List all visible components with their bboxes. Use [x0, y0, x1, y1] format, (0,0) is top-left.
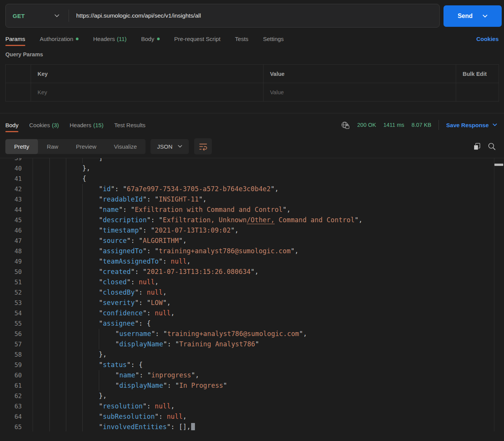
- search-icon[interactable]: [488, 142, 496, 151]
- token-p: ,: [286, 206, 290, 213]
- token-p: ,: [203, 195, 206, 203]
- indent-guide: [49, 349, 66, 360]
- token-p: :: [143, 226, 151, 234]
- view-preview[interactable]: Preview: [67, 139, 105, 154]
- token-q: ": [251, 268, 255, 275]
- view-visualize[interactable]: Visualize: [105, 139, 146, 154]
- tab-params[interactable]: Params: [5, 29, 25, 48]
- indent: [33, 194, 49, 205]
- indent-guide: [49, 380, 66, 391]
- response-body-code[interactable]: 39]40},41{42"id": "67a7e997-7534-3705-a5…: [0, 158, 504, 431]
- token-p: ,: [171, 309, 175, 317]
- indent-guide: [49, 422, 66, 431]
- send-button-label: Send: [458, 13, 473, 20]
- token-q: ": [175, 382, 179, 389]
- bulk-edit-button[interactable]: Bulk Edit: [456, 65, 499, 83]
- param-key-input[interactable]: [38, 89, 257, 95]
- token-q: ": [115, 330, 119, 338]
- token-k: confidence: [103, 309, 142, 317]
- indent-guide: [49, 194, 66, 205]
- tab-test-results[interactable]: Test Results: [114, 115, 146, 134]
- token-q: ": [99, 413, 103, 420]
- token-p: ,: [303, 330, 307, 338]
- token-q: ": [291, 247, 295, 255]
- token-q: ": [143, 268, 147, 275]
- token-q: ": [223, 382, 227, 389]
- indent-guide: [82, 277, 99, 287]
- token-q: ": [99, 278, 103, 286]
- line-number: 39: [0, 158, 33, 163]
- copy-icon[interactable]: [473, 142, 481, 151]
- indent-guide: [82, 329, 99, 339]
- line-number: 64: [0, 411, 33, 422]
- view-raw[interactable]: Raw: [38, 139, 67, 154]
- tab-response-headers[interactable]: Headers (15): [70, 115, 103, 134]
- response-meta: 200 OK 1411 ms 8.07 KB Save Response: [341, 120, 497, 130]
- token-k: closed: [103, 278, 127, 286]
- line-number: 61: [0, 380, 33, 391]
- tab-response-body[interactable]: Body: [5, 115, 18, 134]
- indent: [33, 422, 49, 431]
- tab-tests[interactable]: Tests: [235, 29, 249, 48]
- tab-body[interactable]: Body: [141, 29, 160, 48]
- indent: [33, 277, 49, 287]
- token-p: },: [82, 164, 90, 172]
- token-s: 2021-07-13T13:09:02: [155, 226, 231, 234]
- indent-guide: [49, 236, 66, 246]
- tab-response-cookies[interactable]: Cookies (3): [29, 115, 59, 134]
- code-line: 60"name": "inprogress",: [0, 370, 504, 380]
- token-q: ": [99, 257, 103, 265]
- tab-headers[interactable]: Headers (11): [93, 29, 126, 48]
- token-p: :: [139, 289, 147, 296]
- indent-guide: [66, 422, 82, 431]
- indent: [33, 349, 49, 360]
- param-value-input[interactable]: [270, 89, 449, 95]
- row-checkbox-cell[interactable]: [6, 83, 31, 102]
- indent: [33, 339, 49, 349]
- network-globe-lock-icon[interactable]: [341, 121, 350, 130]
- token-u: /Other,: [247, 216, 275, 224]
- indent-guide: [66, 391, 82, 401]
- view-pretty[interactable]: Pretty: [5, 139, 38, 154]
- token-k: involvedEntities: [103, 423, 167, 431]
- indent-guide: [49, 401, 66, 411]
- indent-guide: [49, 391, 66, 401]
- indent-guide: [82, 422, 99, 431]
- indent-guide: [49, 339, 66, 349]
- indent-guide: [66, 158, 82, 163]
- tab-authorization[interactable]: Authorization: [40, 29, 79, 48]
- cookies-link[interactable]: Cookies: [476, 36, 499, 42]
- response-section: Body Cookies (3) Headers (15) Test Resul…: [0, 113, 504, 431]
- indent-guide: [66, 329, 82, 339]
- indent-guide: [66, 163, 82, 174]
- select-all-cell[interactable]: [6, 65, 31, 83]
- token-k: resolution: [103, 402, 142, 410]
- token-s: ALGORITHM: [143, 237, 179, 244]
- tab-settings[interactable]: Settings: [263, 29, 284, 48]
- token-p: :: [163, 257, 171, 265]
- code-line: 49"teamAssignedTo": null,: [0, 256, 504, 267]
- indent-guide: [82, 287, 99, 298]
- save-response-button[interactable]: Save Response: [446, 122, 497, 128]
- chevron-down-icon: [54, 14, 59, 17]
- scrollbar-thumb[interactable]: [494, 164, 503, 166]
- token-p: :: [167, 382, 175, 389]
- indent: [33, 401, 49, 411]
- format-select[interactable]: JSON: [151, 139, 189, 154]
- token-q: ": [99, 206, 103, 213]
- token-q: ": [99, 361, 103, 369]
- tab-pre-request-script[interactable]: Pre-request Script: [174, 29, 221, 48]
- indent: [33, 360, 49, 370]
- send-button[interactable]: Send: [443, 5, 502, 27]
- token-p: :: [139, 299, 147, 307]
- wrap-text-button[interactable]: [194, 138, 212, 154]
- chevron-down-icon[interactable]: [483, 15, 488, 18]
- indent-guide: [82, 158, 99, 163]
- query-param-row: [6, 83, 499, 102]
- token-q: ": [163, 340, 167, 348]
- url-input[interactable]: [69, 4, 439, 27]
- indent: [33, 267, 49, 277]
- method-select[interactable]: GET: [6, 4, 69, 27]
- token-q: ": [139, 237, 142, 244]
- code-line: 48"assignedTo": "training+analyst786@sum…: [0, 246, 504, 256]
